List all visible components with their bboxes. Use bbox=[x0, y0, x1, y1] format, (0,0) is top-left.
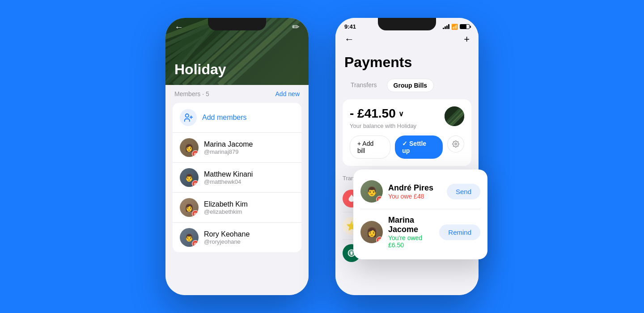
phone-2-wrapper: 9:41 📶 ← + Payments Transfe bbox=[335, 18, 479, 295]
remind-button[interactable]: Remind bbox=[439, 224, 480, 240]
add-new-button[interactable]: Add new bbox=[275, 90, 300, 97]
tab-transfers[interactable]: Transfers bbox=[344, 79, 383, 92]
chevron-down-icon[interactable]: ∨ bbox=[398, 110, 404, 118]
payments-header: Payments bbox=[335, 49, 479, 75]
popup-owed-marina: You're owed £6.50 bbox=[388, 234, 434, 249]
member-name-4: Rory Keohane bbox=[204, 230, 294, 238]
members-card: Add members 👩 R Marina Jacome @marinaj87… bbox=[173, 103, 301, 252]
tab-group-bills[interactable]: Group Bills bbox=[387, 79, 434, 92]
back-button-2[interactable]: ← bbox=[344, 34, 354, 45]
avatar-marina: 👩 R bbox=[180, 138, 199, 157]
phone-1: 9:41 📶 ← ✏ Holiday Members · 5 bbox=[165, 18, 309, 295]
wifi-icon-2: 📶 bbox=[451, 24, 458, 30]
popup-row-andre: 👨 R André Pires You owe £48 Send bbox=[360, 177, 480, 209]
settle-up-button[interactable]: ✓ Settle up bbox=[395, 135, 443, 159]
popup-card: 👨 R André Pires You owe £48 Send 👩 R Mar… bbox=[353, 169, 487, 259]
action-buttons: + Add bill ✓ Settle up bbox=[350, 135, 464, 159]
add-members-icon bbox=[180, 109, 197, 126]
settings-button[interactable] bbox=[447, 135, 464, 152]
battery-icon-2 bbox=[460, 24, 470, 29]
payments-title: Payments bbox=[344, 54, 470, 71]
svg-point-16 bbox=[186, 114, 189, 117]
avatar-elizabeth: 👩 R bbox=[180, 198, 199, 217]
add-members-label: Add members bbox=[202, 114, 247, 122]
popup-name-andre: André Pires bbox=[388, 183, 441, 193]
phone-notch-2 bbox=[378, 18, 436, 30]
signal-icon-2 bbox=[443, 24, 449, 29]
members-label: Members · 5 bbox=[174, 90, 209, 97]
add-members-row[interactable]: Add members bbox=[173, 103, 301, 133]
balance-row: - £41.50 ∨ Your balance with Holiday bbox=[350, 106, 464, 129]
hero-title: Holiday bbox=[174, 61, 226, 78]
member-handle-3: @elizabethkim bbox=[204, 208, 294, 215]
member-row[interactable]: 👩 R Elizabeth Kim @elizabethkim bbox=[173, 193, 301, 223]
phone2-nav: ← + bbox=[335, 32, 479, 49]
avatar-rory: 👨 R bbox=[180, 228, 199, 247]
popup-row-marina: 👩 R Marina Jacome You're owed £6.50 Remi… bbox=[360, 209, 480, 252]
balance-card: - £41.50 ∨ Your balance with Holiday bbox=[343, 99, 471, 166]
add-button-2[interactable]: + bbox=[464, 34, 470, 45]
status-icons-2: 📶 bbox=[443, 24, 470, 30]
member-handle-2: @matthewk04 bbox=[204, 178, 294, 185]
member-handle-4: @roryjeohane bbox=[204, 238, 294, 245]
members-header: Members · 5 Add new bbox=[165, 85, 309, 103]
back-button-1[interactable]: ← bbox=[174, 22, 183, 32]
group-avatar bbox=[445, 106, 464, 126]
avatar-andre: 👨 R bbox=[360, 180, 383, 203]
popup-name-marina: Marina Jacome bbox=[388, 216, 434, 234]
edit-button-1[interactable]: ✏ bbox=[292, 21, 300, 32]
member-name-3: Elizabeth Kim bbox=[204, 200, 294, 208]
svg-point-25 bbox=[455, 143, 457, 145]
avatar-matthew: 👨 R bbox=[180, 168, 199, 187]
member-row[interactable]: 👨 R Matthew Kinani @matthewk04 bbox=[173, 163, 301, 193]
tabs-row: Transfers Group Bills bbox=[335, 75, 479, 96]
send-button[interactable]: Send bbox=[447, 184, 480, 199]
phone1-content: Members · 5 Add new Add members bbox=[165, 85, 309, 295]
avatar-marina-popup: 👩 R bbox=[360, 221, 383, 243]
member-name-1: Marina Jacome bbox=[204, 140, 294, 148]
balance-amount: - £41.50 ∨ bbox=[350, 106, 416, 121]
phone-notch-1 bbox=[208, 18, 266, 30]
member-row[interactable]: 👩 R Marina Jacome @marinaj879 bbox=[173, 133, 301, 163]
member-name-2: Matthew Kinani bbox=[204, 170, 294, 178]
add-bill-button[interactable]: + Add bill bbox=[350, 135, 390, 159]
status-time-2: 9:41 bbox=[344, 23, 356, 30]
member-row[interactable]: 👨 R Rory Keohane @roryjeohane bbox=[173, 223, 301, 252]
balance-description: Your balance with Holiday bbox=[350, 123, 416, 129]
member-handle-1: @marinaj879 bbox=[204, 148, 294, 155]
popup-owe-andre: You owe £48 bbox=[388, 193, 441, 200]
